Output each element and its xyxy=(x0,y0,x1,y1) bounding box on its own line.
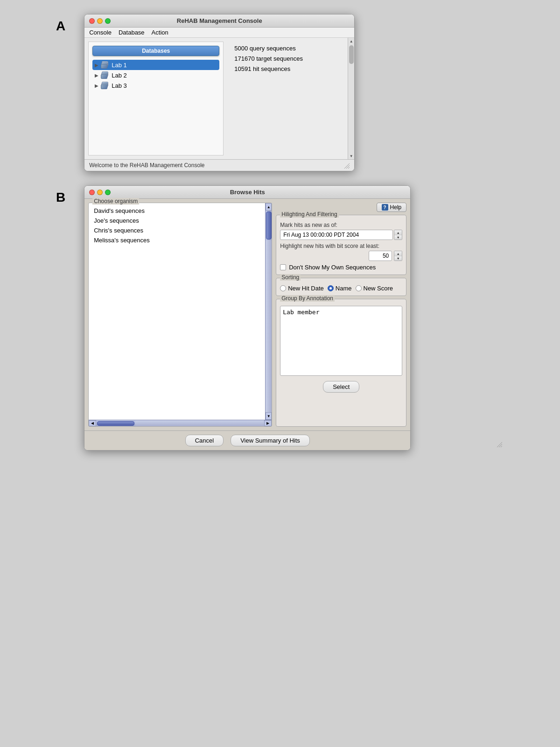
info-line2: 171670 target sequences xyxy=(234,54,341,64)
view-summary-button[interactable]: View Summary of Hits xyxy=(231,435,310,446)
dont-show-checkbox[interactable] xyxy=(280,264,286,270)
organism-item-2[interactable]: Chris's sequences xyxy=(91,226,262,235)
scroll-down-a[interactable]: ▼ xyxy=(349,153,354,159)
databases-panel: Databases ▶ Lab 1 ▶ Lab 2 xyxy=(88,42,224,155)
db-label-2: Lab 2 xyxy=(112,72,127,79)
scroll-track-h-b xyxy=(135,420,264,426)
select-btn-row: Select xyxy=(280,379,402,393)
info-line1: 5000 query sequences xyxy=(234,43,341,54)
select-button[interactable]: Select xyxy=(323,381,359,393)
score-spinner-up[interactable]: ▲ xyxy=(394,251,402,256)
radio-circle-ns[interactable] xyxy=(356,285,362,291)
score-spinner[interactable]: ▲ ▼ xyxy=(394,251,402,261)
radio-name[interactable]: Name xyxy=(328,285,352,292)
scroll-left-b[interactable]: ◀ xyxy=(89,420,96,426)
minimize-button-b[interactable] xyxy=(97,190,103,195)
maximize-button-a[interactable] xyxy=(105,18,111,24)
score-input[interactable] xyxy=(369,251,392,261)
scrollbar-a[interactable]: ▲ ▼ xyxy=(348,38,354,159)
resize-icon-a xyxy=(343,162,350,169)
scroll-up-a[interactable]: ▲ xyxy=(349,38,354,44)
date-input[interactable] xyxy=(280,230,393,240)
window-b-main: Choose organism David's sequences Joe's … xyxy=(84,199,410,430)
radio-new-hit-date[interactable]: New Hit Date xyxy=(280,285,324,292)
svg-line-0 xyxy=(346,165,350,169)
db-item-lab3[interactable]: ▶ Lab 3 xyxy=(92,80,219,91)
menubar-a: Console Database Action xyxy=(84,28,354,38)
maximize-button-b[interactable] xyxy=(105,190,111,195)
help-button[interactable]: ? Help xyxy=(377,203,407,212)
scrollbar-h-b[interactable]: ◀ ▶ xyxy=(89,420,272,426)
bit-score-label: Highlight new hits with bit score at lea… xyxy=(280,243,402,249)
close-button-a[interactable] xyxy=(89,18,95,24)
score-spinner-down[interactable]: ▼ xyxy=(394,256,402,261)
db-arrow-1: ▶ xyxy=(95,63,98,68)
radio-new-score[interactable]: New Score xyxy=(356,285,393,292)
hilighting-groupbox: Hilighting And Filtering Mark hits as ne… xyxy=(276,215,406,275)
right-panel: ? Help Hilighting And Filtering Mark hit… xyxy=(276,203,406,427)
date-spinner[interactable]: ▲ ▼ xyxy=(394,230,402,240)
db-icon-1 xyxy=(101,61,109,69)
organism-item-3[interactable]: Melissa's sequences xyxy=(91,235,262,245)
scroll-thumb-a[interactable] xyxy=(349,45,354,64)
scroll-right-b[interactable]: ▶ xyxy=(264,420,272,426)
radio-label-name: Name xyxy=(336,285,352,292)
close-button-b[interactable] xyxy=(89,190,95,195)
db-arrow-3: ▶ xyxy=(95,83,98,88)
annotation-textarea[interactable]: Lab member xyxy=(280,306,402,376)
date-spinner-up[interactable]: ▲ xyxy=(394,230,402,235)
organism-list: David's sequences Joe's sequences Chris'… xyxy=(89,203,265,420)
choose-organism-label: Choose organism xyxy=(92,198,139,204)
databases-button[interactable]: Databases xyxy=(92,46,219,56)
sorting-options: New Hit Date Name New Score xyxy=(280,285,402,292)
radio-circle-nhd[interactable] xyxy=(280,285,286,291)
window-b-footer: Cancel View Summary of Hits xyxy=(84,430,410,450)
menu-database[interactable]: Database xyxy=(119,29,145,36)
sorting-label: Sorting xyxy=(280,274,301,281)
mark-hits-label: Mark hits as new as of: xyxy=(280,222,402,228)
cancel-button[interactable]: Cancel xyxy=(185,435,224,446)
titlebar-a: ReHAB Management Console xyxy=(84,14,354,28)
titlebar-b: Browse Hits xyxy=(84,186,410,199)
db-arrow-2: ▶ xyxy=(95,73,98,78)
radio-circle-name[interactable] xyxy=(328,285,334,291)
date-select-row: ▲ ▼ xyxy=(280,230,402,240)
menu-console[interactable]: Console xyxy=(89,29,112,36)
label-b: B xyxy=(56,185,65,451)
menu-action[interactable]: Action xyxy=(152,29,168,36)
db-item-lab1[interactable]: ▶ Lab 1 xyxy=(92,60,219,70)
scroll-thumb-h-b[interactable] xyxy=(97,421,134,426)
hilighting-label: Hilighting And Filtering xyxy=(280,211,338,218)
scroll-track-v-b xyxy=(266,240,272,412)
dont-show-label: Don't Show My Own Sequences xyxy=(289,264,376,271)
annotation-label: Group By Annotation xyxy=(280,295,335,302)
label-a: A xyxy=(56,14,65,171)
scroll-down-b[interactable]: ▼ xyxy=(266,412,272,420)
statusbar-text-a: Welcome to the ReHAB Management Console xyxy=(89,162,204,169)
organism-content: David's sequences Joe's sequences Chris'… xyxy=(89,203,272,420)
organism-item-1[interactable]: Joe's sequences xyxy=(91,216,262,226)
db-icon-3 xyxy=(101,82,109,89)
help-btn-row: ? Help xyxy=(276,203,406,212)
scroll-up-b[interactable]: ▲ xyxy=(266,203,272,211)
window-b-body: Choose organism David's sequences Joe's … xyxy=(84,199,410,450)
help-icon: ? xyxy=(382,204,388,211)
db-icon-2 xyxy=(101,71,109,79)
dont-show-row: Don't Show My Own Sequences xyxy=(280,264,402,271)
info-line3: 10591 hit sequences xyxy=(234,64,341,74)
bit-score-row: Highlight new hits with bit score at lea… xyxy=(280,243,402,261)
score-input-row: ▲ ▼ xyxy=(280,251,402,261)
date-spinner-down[interactable]: ▼ xyxy=(394,235,402,240)
scrollbar-v-b[interactable]: ▲ ▼ xyxy=(265,203,272,420)
db-item-lab2[interactable]: ▶ Lab 2 xyxy=(92,70,219,80)
sorting-groupbox: Sorting New Hit Date Name xyxy=(276,278,406,296)
help-label: Help xyxy=(390,204,402,211)
radio-label-ns: New Score xyxy=(364,285,393,292)
minimize-button-a[interactable] xyxy=(97,18,103,24)
db-label-3: Lab 3 xyxy=(112,82,127,89)
organism-item-0[interactable]: David's sequences xyxy=(91,206,262,216)
window-browse-hits: Browse Hits Choose organism David's sequ… xyxy=(84,185,411,451)
statusbar-a: Welcome to the ReHAB Management Console xyxy=(84,159,354,171)
scroll-thumb-v-b[interactable] xyxy=(266,211,272,240)
window-title-a: ReHAB Management Console xyxy=(177,17,262,24)
